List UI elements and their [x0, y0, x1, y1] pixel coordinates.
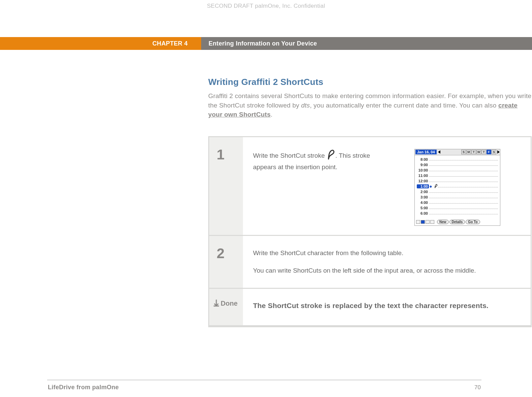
day-t1: T — [471, 150, 476, 154]
day-s: S — [461, 150, 466, 154]
time-row-selected: 1:00 ◆ — [417, 184, 498, 189]
time-row: 6:00 — [417, 211, 498, 216]
done-text: The ShortCut stroke is replaced by the t… — [253, 300, 521, 312]
screenshot-header: Jan 16, 04 S M T W T F S — [415, 149, 500, 155]
chapter-header-bar: CHAPTER 4 Entering Information on Your D… — [0, 37, 532, 50]
chapter-title: Entering Information on Your Device — [201, 37, 532, 50]
page-number: 70 — [474, 384, 481, 391]
intro-term: dts — [301, 102, 310, 109]
shortcut-stroke-icon — [326, 149, 335, 163]
time-row: 9:00 — [417, 162, 498, 167]
time-row: 12:00 — [417, 178, 498, 184]
footer-product-name: LifeDrive from palmOne — [48, 384, 119, 391]
intro-text-3: . — [271, 111, 272, 118]
day-m: M — [466, 150, 471, 154]
time-row: 8:00 — [417, 157, 498, 162]
view-icon-4 — [430, 220, 434, 224]
device-screenshot: Jan 16, 04 S M T W T F S — [414, 149, 500, 226]
shortcut-mark-icon — [434, 184, 438, 189]
done-row: Done The ShortCut stroke is replaced by … — [209, 289, 531, 325]
steps-container: 1 Write the ShortCut stroke . This strok… — [208, 136, 532, 327]
time-row: 5:00 — [417, 205, 498, 211]
step-2-line-1: Write the ShortCut character from the fo… — [253, 248, 521, 258]
day-f: F — [487, 150, 491, 154]
step-1-text: Write the ShortCut stroke . This stroke … — [253, 149, 395, 172]
day-selector: S M T W T F S — [441, 150, 496, 154]
selected-time: 1:00 — [417, 184, 429, 188]
intro-paragraph: Graffiti 2 contains several ShortCuts to… — [208, 91, 532, 119]
next-arrow-icon — [497, 150, 500, 154]
diamond-icon: ◆ — [430, 185, 432, 188]
done-body: The ShortCut stroke is replaced by the t… — [243, 289, 531, 325]
done-label-cell: Done — [209, 289, 243, 325]
step-body: Write the ShortCut stroke . This stroke … — [243, 137, 531, 235]
view-icon-1 — [416, 220, 420, 224]
time-row: 2:00 — [417, 189, 498, 194]
step-number-cell: 1 — [209, 137, 243, 235]
goto-button: Go To — [466, 220, 480, 224]
screenshot-footer: New Details Go To — [416, 220, 499, 224]
time-row: 4:00 — [417, 200, 498, 205]
step-number-cell: 2 — [209, 236, 243, 288]
footer-divider — [47, 380, 481, 380]
view-icon-3 — [426, 220, 430, 224]
time-row: 11:00 — [417, 173, 498, 178]
section-heading: Writing Graffiti 2 ShortCuts — [208, 77, 532, 87]
time-row: 3:00 — [417, 194, 498, 200]
details-button: Details — [449, 220, 465, 224]
new-button: New — [437, 220, 449, 224]
chapter-label: CHAPTER 4 — [0, 37, 201, 50]
screenshot-date: Jan 16, 04 — [415, 150, 437, 154]
step-body: Write the ShortCut character from the fo… — [243, 236, 531, 288]
step-row-1: 1 Write the ShortCut stroke . This strok… — [209, 137, 531, 235]
view-icon-2 — [421, 220, 425, 224]
day-s2: S — [492, 150, 496, 154]
step-1-text-a: Write the ShortCut stroke — [253, 152, 326, 159]
confidential-watermark: SECOND DRAFT palmOne, Inc. Confidential — [0, 3, 532, 9]
done-label: Done — [221, 300, 238, 307]
down-arrow-icon — [213, 300, 219, 309]
step-row-2: 2 Write the ShortCut character from the … — [209, 236, 531, 288]
day-w: W — [476, 150, 481, 154]
step-number: 2 — [217, 245, 224, 262]
day-t2: T — [481, 150, 486, 154]
time-row: 10:00 — [417, 167, 498, 173]
intro-text-2: , you automatically enter the current da… — [310, 102, 498, 109]
main-content: Writing Graffiti 2 ShortCuts Graffiti 2 … — [208, 77, 532, 327]
prev-arrow-icon — [438, 150, 440, 154]
step-number: 1 — [217, 147, 224, 163]
step-2-line-2: You can write ShortCuts on the left side… — [253, 265, 521, 276]
screenshot-body: 8:00 9:00 10:00 11:00 12:00 1:00 ◆ 2:00 … — [415, 155, 500, 217]
